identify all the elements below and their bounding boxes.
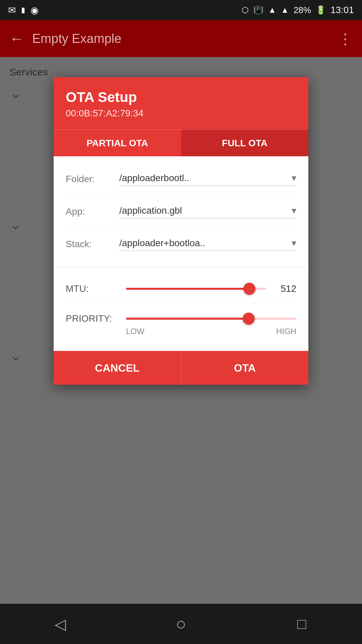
mtu-slider-thumb[interactable] [243,283,255,295]
mtu-label: MTU: [66,283,119,294]
stack-dropdown-icon: ▾ [292,237,296,249]
priority-slider-row: PRIORITY: LOW HIGH [66,304,296,344]
tab-full-ota[interactable]: FULL OTA [181,129,308,156]
priority-slider-thumb[interactable] [243,313,255,325]
battery-saver-icon: ▮ [21,6,25,14]
app-bar-title: Empty Example [32,32,338,46]
more-menu-button[interactable]: ⋮ [338,30,353,47]
stack-value: /apploader+bootloa.. [119,238,205,249]
nav-recent-icon: □ [297,615,306,632]
ota-setup-dialog: OTA Setup 00:0B:57:A2:79:34 PARTIAL OTA … [54,77,308,385]
app-label: App: [66,206,119,217]
priority-range-labels: LOW HIGH [66,327,296,336]
nav-back-icon: ◁ [55,615,66,633]
priority-low-label: LOW [126,327,144,336]
status-bar-left-icons: ✉ ▮ ◉ [8,5,39,16]
priority-slider-track [126,318,296,320]
status-bar-right-icons: ⬡ 📳 ▲ ▲ 28% 🔋 13:01 [242,5,354,15]
dialog-footer: CANCEL OTA [54,351,308,385]
back-button[interactable]: ← [9,30,24,47]
nav-home-icon: ○ [176,614,186,634]
wifi-icon: ▲ [268,5,276,15]
status-time: 13:01 [330,5,354,15]
folder-value: /apploaderbootl.. [119,173,189,183]
priority-high-label: HIGH [276,327,296,336]
gmail-icon: ✉ [8,5,16,16]
app-bar: ← Empty Example ⋮ [0,20,362,57]
folder-label: Folder: [66,174,119,184]
stack-field-row: Stack: /apploader+bootloa.. ▾ [66,228,296,260]
mtu-slider-row: MTU: 512 [66,274,296,304]
app-dropdown-icon: ▾ [292,205,296,216]
priority-slider[interactable] [126,312,296,325]
vibrate-icon: 📳 [253,5,263,15]
slider-section: MTU: 512 PRIORITY: [54,267,308,351]
app-value: /application.gbl [119,205,182,216]
priority-slider-fill [126,318,249,320]
battery-text: 28% [294,5,311,15]
battery-icon: 🔋 [316,5,326,15]
bottom-nav: ◁ ○ □ [0,604,362,644]
bluetooth-icon: ⬡ [242,5,249,15]
stack-label: Stack: [66,239,119,250]
priority-label: PRIORITY: [66,313,119,324]
nav-home-button[interactable]: ○ [168,610,194,637]
mtu-slider-track [126,288,266,290]
dialog-header: OTA Setup 00:0B:57:A2:79:34 [54,77,308,129]
signal-icon: ▲ [281,5,289,15]
dialog-subtitle: 00:0B:57:A2:79:34 [66,108,296,119]
app-field-row: App: /application.gbl ▾ [66,196,296,228]
stack-select[interactable]: /apploader+bootloa.. ▾ [119,237,296,251]
folder-dropdown-icon: ▾ [292,172,296,183]
nav-recent-button[interactable]: □ [288,610,315,637]
folder-select[interactable]: /apploaderbootl.. ▾ [119,172,296,186]
dialog-tabs: PARTIAL OTA FULL OTA [54,129,308,156]
dialog-form-body: Folder: /apploaderbootl.. ▾ App: /applic… [54,156,308,267]
modal-overlay: OTA Setup 00:0B:57:A2:79:34 PARTIAL OTA … [0,57,362,604]
nav-back-button[interactable]: ◁ [47,610,74,637]
mtu-slider[interactable] [126,282,266,296]
tab-partial-ota[interactable]: PARTIAL OTA [54,129,181,156]
app-icon: ◉ [31,5,39,16]
dialog-title: OTA Setup [66,89,296,105]
cancel-button[interactable]: CANCEL [54,351,181,385]
app-select[interactable]: /application.gbl ▾ [119,205,296,218]
mtu-slider-fill [126,288,249,290]
folder-field-row: Folder: /apploaderbootl.. ▾ [66,163,296,196]
status-bar: ✉ ▮ ◉ ⬡ 📳 ▲ ▲ 28% 🔋 13:01 [0,0,362,20]
mtu-value: 512 [273,283,296,294]
ota-button[interactable]: OTA [181,351,309,385]
